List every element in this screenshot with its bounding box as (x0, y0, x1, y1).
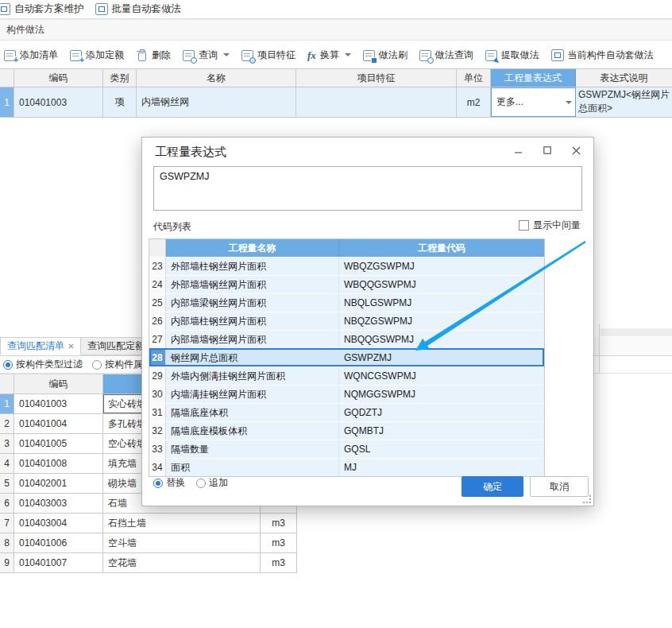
col-header-quantity-code[interactable]: 工程量代码 (339, 239, 544, 257)
corner-cell[interactable] (0, 374, 14, 393)
list-plus-icon (70, 49, 82, 61)
col-header-code[interactable]: 编码 (14, 374, 103, 393)
button-label: 提取做法 (501, 48, 539, 62)
table-row[interactable]: 1 010401003 项 内墙钢丝网 m2 更多... GSWPZMJ<钢丝网… (0, 87, 672, 118)
project-feature-button[interactable]: 项目特征 (241, 48, 295, 62)
top-tab-bar: 自动套方案维护 批量自动套做法 (0, 0, 672, 19)
replace-radio[interactable]: 替换 (153, 476, 185, 490)
add-list-button[interactable]: 添加清单 (4, 48, 58, 62)
row-number[interactable]: 24 (149, 276, 166, 293)
row-number[interactable]: 28 (149, 349, 166, 366)
row-number[interactable]: 32 (149, 422, 166, 440)
checkbox-label: 显示中间量 (533, 219, 581, 232)
corner-cell[interactable] (0, 69, 14, 87)
cell-quantity-code: NBQQGSWPMJ (339, 331, 544, 348)
code-table-row[interactable]: 26内部墙柱钢丝网片面积NBQZGSWPMJ (149, 312, 544, 330)
close-icon[interactable] (571, 145, 581, 155)
table-row[interactable]: 8010401006空斗墙m3 (0, 533, 297, 553)
resize-grip[interactable] (584, 496, 591, 503)
delete-button[interactable]: 删除 (136, 48, 171, 62)
cell-quantity-name: 隔墙数量 (166, 440, 339, 458)
method-query-button[interactable]: 做法查询 (419, 48, 473, 62)
row-number[interactable]: 30 (149, 386, 166, 403)
col-header-name[interactable]: 名称 (137, 69, 296, 87)
filter-by-attr-radio[interactable]: 按构件属 (92, 358, 143, 371)
col-header-category[interactable]: 类别 (103, 69, 137, 87)
col-header-feature[interactable]: 项目特征 (296, 69, 457, 87)
code-table-row[interactable]: 31隔墙底座体积GQDZTJ (149, 403, 544, 421)
row-number[interactable]: 8 (0, 533, 14, 552)
maximize-icon[interactable] (543, 145, 552, 155)
method-brush-button[interactable]: 做法刷 (363, 48, 407, 62)
append-radio[interactable]: 追加 (196, 476, 228, 490)
convert-button[interactable]: fx 换算 (307, 48, 351, 62)
row-number[interactable]: 34 (149, 459, 166, 476)
row-number[interactable]: 1 (0, 394, 14, 413)
cell-code: 010401008 (14, 454, 103, 473)
section-title: 构件做法 (6, 23, 44, 37)
cell-quantity-code: GQDZTJ (339, 404, 544, 421)
row-number[interactable]: 5 (0, 474, 14, 493)
table-row[interactable]: 7010403004石挡土墙m3 (0, 514, 297, 533)
close-icon[interactable] (68, 343, 74, 349)
add-quota-button[interactable]: 添加定额 (70, 48, 124, 62)
code-table-row[interactable]: 23外部墙柱钢丝网片面积WBQZGSWPMJ (149, 257, 544, 275)
filter-by-type-radio[interactable]: 按构件类型过滤 (3, 358, 83, 371)
cell-code: 010401004 (14, 414, 103, 433)
cancel-button[interactable]: 取消 (530, 476, 589, 497)
row-number[interactable]: 25 (149, 294, 166, 312)
query-button[interactable]: 查询 (183, 48, 230, 62)
row-number[interactable]: 1 (0, 87, 14, 117)
tab-auto-scheme[interactable]: 自动套方案维护 (0, 0, 94, 18)
row-number[interactable]: 33 (149, 440, 166, 458)
batch-window-icon (95, 3, 108, 15)
tab-batch-auto-apply[interactable]: 批量自动套做法 (94, 0, 191, 18)
row-number[interactable]: 27 (149, 331, 166, 348)
cell-code: 010401006 (14, 533, 103, 552)
panel-divider (599, 324, 600, 374)
code-table-row[interactable]: 24外部墙墙钢丝网片面积WBQQGSWPMJ (149, 275, 544, 293)
col-header-expression[interactable]: 工程量表达式 (491, 69, 576, 87)
ok-button[interactable]: 确定 (462, 476, 523, 497)
code-table-row[interactable]: 34面积MJ (149, 458, 544, 476)
code-table-row[interactable]: 32隔墙底座模板体积GQMBTJ (149, 421, 544, 440)
code-table-row[interactable]: 27内部墙墙钢丝网片面积NBQQGSWPMJ (149, 330, 544, 348)
auto-apply-current-button[interactable]: 当前构件自动套做法 (551, 48, 654, 62)
cell-quantity-name: 面积 (166, 459, 339, 476)
row-number[interactable]: 26 (149, 312, 166, 330)
code-table-row[interactable]: 28钢丝网片总面积GSWPZMJ (149, 348, 544, 366)
radio-label: 按构件属 (105, 358, 143, 371)
code-table-row[interactable]: 25内部墙梁钢丝网片面积NBQLGSWPMJ (149, 293, 544, 312)
expression-dropdown[interactable]: 更多... (491, 87, 576, 117)
table-row[interactable]: 9010401007空花墙m3 (0, 553, 297, 573)
row-number[interactable]: 29 (149, 367, 166, 385)
cell-quantity-name: 内部墙墙钢丝网片面积 (166, 331, 339, 348)
tab-label: 自动套方案维护 (14, 2, 84, 16)
tab-query-match-list[interactable]: 查询匹配清单 (0, 337, 81, 355)
col-header-unit[interactable]: 单位 (457, 69, 491, 87)
col-header-code[interactable]: 编码 (14, 69, 103, 87)
col-header-expression-desc[interactable]: 表达式说明 (576, 69, 672, 87)
row-number[interactable]: 9 (0, 553, 14, 572)
show-intermediate-checkbox[interactable]: 显示中间量 (519, 219, 581, 232)
dialog-title: 工程量表达式 (155, 145, 226, 160)
row-number[interactable]: 7 (0, 514, 14, 533)
radio-icon (3, 360, 13, 370)
code-table-row[interactable]: 33隔墙数量GQSL (149, 440, 544, 458)
code-table-row[interactable]: 30内墙满挂钢丝网片面积NQMGGSWPMJ (149, 385, 544, 403)
expression-input[interactable]: GSWPZMJ (153, 166, 582, 211)
row-number[interactable]: 31 (149, 404, 166, 421)
cell-unit: m2 (457, 87, 491, 117)
section-header: 构件做法 (0, 19, 672, 41)
corner-cell[interactable] (149, 239, 166, 257)
col-header-quantity-name[interactable]: 工程量名称 (166, 239, 339, 257)
extract-method-button[interactable]: 提取做法 (485, 48, 539, 62)
row-number[interactable]: 3 (0, 434, 14, 453)
row-number[interactable]: 4 (0, 454, 14, 473)
row-number[interactable]: 2 (0, 414, 14, 433)
row-number[interactable]: 6 (0, 494, 14, 513)
minimize-icon[interactable] (514, 145, 523, 155)
code-table-row[interactable]: 29外墙内侧满挂钢丝网片面积WQNCGSWPMJ (149, 366, 544, 385)
row-number[interactable]: 23 (149, 258, 166, 275)
cell-quantity-code: NBQZGSWPMJ (339, 312, 544, 330)
